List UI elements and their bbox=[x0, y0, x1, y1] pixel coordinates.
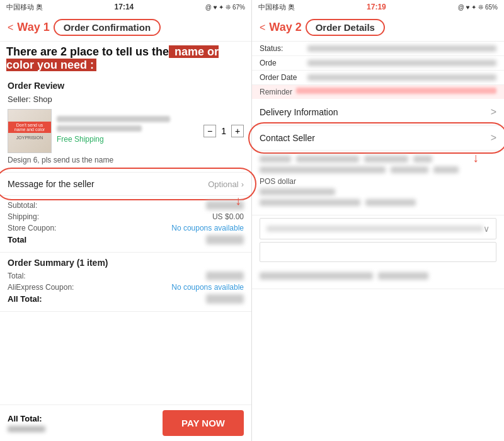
contact-label: Contact Seller bbox=[260, 133, 315, 143]
product-row: Don't send usname and color JOYPRISION F… bbox=[8, 109, 244, 153]
right-panel: 中国移动 奥 17:19 @ ♥ ✦ ❊ 65% < Way 2 Order D… bbox=[252, 0, 504, 441]
reminder-label: Reminder bbox=[260, 88, 292, 96]
right-blur-row5 bbox=[260, 272, 496, 280]
select-row[interactable]: ∨ bbox=[260, 218, 496, 239]
order-summary-section: Order Summary (1 item) Total: ███████ Al… bbox=[0, 253, 251, 312]
right-blur-row4 bbox=[260, 199, 496, 206]
message-optional: Optional › bbox=[208, 180, 244, 189]
bottom-left: All Total: bbox=[8, 414, 45, 432]
left-nav-bar: < Way 1 Order Confirmation bbox=[0, 14, 251, 42]
blur-box8 bbox=[260, 188, 335, 195]
contact-section[interactable]: Contact Seller > ↓ bbox=[252, 126, 504, 151]
select-chevron-icon: ∨ bbox=[483, 224, 490, 234]
main-container: 中国移动 奥 17:14 @ ♥ ✦ ❊ 67% < Way 1 Order C… bbox=[0, 0, 504, 441]
blur-box5 bbox=[260, 166, 386, 173]
qty-value: 1 bbox=[221, 126, 226, 136]
status-row: Status: bbox=[252, 42, 504, 56]
right-way-label: Way 2 bbox=[269, 21, 301, 34]
message-section[interactable]: Message for the seller Optional › ↓ bbox=[0, 173, 251, 196]
right-nav-title: Order Details bbox=[306, 19, 385, 36]
left-icons: @ ♥ ✦ ❊ 67% bbox=[205, 4, 245, 11]
coupon-value: No coupons available bbox=[171, 224, 244, 232]
blur-box2 bbox=[296, 156, 359, 163]
message-chevron-icon: › bbox=[241, 180, 244, 189]
order-date-blur bbox=[307, 74, 496, 81]
ali-coupon-value: No coupons available bbox=[171, 283, 244, 292]
all-total-amount bbox=[8, 426, 45, 432]
overlay-black-text: There are 2 place to tell us the bbox=[6, 45, 169, 58]
product-thumbnail: Don't send usname and color JOYPRISION bbox=[8, 109, 52, 153]
all-total-value: ███████ bbox=[206, 294, 244, 304]
left-panel: 中国移动 奥 17:14 @ ♥ ✦ ❊ 67% < Way 1 Order C… bbox=[0, 0, 252, 441]
delivery-chevron-icon: > bbox=[491, 106, 496, 118]
message-row: Message for the seller Optional › bbox=[8, 179, 244, 189]
all-total-label-sum: All Total: bbox=[8, 294, 42, 304]
shipping-row: Shipping: US $0.00 bbox=[8, 212, 244, 221]
status-label: Status: bbox=[260, 44, 304, 53]
message-label: Message for the seller bbox=[8, 179, 94, 189]
right-input-row bbox=[260, 242, 496, 262]
right-blur-row1 bbox=[260, 156, 496, 163]
status-blur bbox=[307, 45, 496, 52]
qty-increase-button[interactable]: + bbox=[231, 125, 244, 137]
left-time: 17:14 bbox=[115, 3, 134, 11]
left-carrier: 中国移动 奥 bbox=[6, 3, 43, 12]
free-shipping-label: Free Shipping bbox=[57, 135, 198, 144]
left-back-button[interactable]: < bbox=[8, 22, 13, 33]
message-arrow: ↓ bbox=[235, 193, 241, 208]
shipping-value: US $0.00 bbox=[212, 212, 244, 221]
product-info: Free Shipping bbox=[57, 116, 198, 146]
right-icons: @ ♥ ✦ ❊ 65% bbox=[458, 4, 498, 11]
blur-box4 bbox=[413, 156, 432, 163]
subtotal-label: Subtotal: bbox=[8, 201, 37, 210]
delivery-label: Delivery Information bbox=[260, 107, 338, 117]
pay-now-button[interactable]: PAY NOW bbox=[163, 410, 244, 436]
design-note: Design 6, pls send us the name bbox=[8, 153, 244, 167]
bottom-area: All Total: PAY NOW bbox=[0, 404, 251, 441]
blur-box1 bbox=[260, 156, 291, 163]
optional-text: Optional bbox=[208, 180, 238, 189]
blur-box7 bbox=[433, 166, 459, 173]
total-value: ███████ bbox=[206, 235, 244, 244]
left-status-bar: 中国移动 奥 17:14 @ ♥ ✦ ❊ 67% bbox=[0, 0, 251, 14]
select-blur bbox=[266, 226, 483, 232]
order-review-title: Order Review bbox=[8, 81, 244, 91]
thumb-red-bar: Don't send usname and color bbox=[8, 122, 51, 133]
quantity-row: − 1 + bbox=[203, 125, 244, 137]
right-blur-section2 bbox=[252, 267, 504, 289]
right-blur-section1: POS dollar bbox=[252, 151, 504, 215]
right-time: 17:19 bbox=[367, 3, 386, 11]
order-num-blur bbox=[307, 60, 496, 66]
qty-decrease-button[interactable]: − bbox=[203, 125, 216, 137]
total-label: Total bbox=[8, 235, 26, 244]
blur-box11 bbox=[260, 272, 373, 280]
carrier-text: 中国移动 奥 bbox=[6, 3, 43, 12]
right-status-bar: 中国移动 奥 17:19 @ ♥ ✦ ❊ 65% bbox=[252, 0, 504, 14]
subtotal-row: Subtotal: ███████ bbox=[8, 201, 244, 210]
shipping-label: Shipping: bbox=[8, 212, 39, 221]
summary-total-label: Total: bbox=[8, 272, 26, 280]
coupon-row: Store Coupon: No coupons available bbox=[8, 224, 244, 232]
summary-total-value: ███████ bbox=[206, 272, 244, 280]
product-name-blur bbox=[57, 116, 170, 122]
order-review-section: Order Review Seller: Shop Don't send usn… bbox=[0, 76, 251, 173]
order-date-label: Order Date bbox=[260, 73, 304, 82]
blur-box6 bbox=[391, 166, 428, 173]
total-row: Total ███████ bbox=[8, 235, 244, 244]
ali-coupon-label: AliExpress Coupon: bbox=[8, 283, 74, 292]
right-back-button[interactable]: < bbox=[260, 22, 265, 33]
delivery-row[interactable]: Delivery Information > bbox=[252, 99, 504, 126]
blur-box3 bbox=[364, 156, 408, 163]
order-summary-title: Order Summary (1 item) bbox=[8, 258, 244, 268]
blur-box10 bbox=[365, 199, 416, 206]
overlay-banner: There are 2 place to tell us the name or… bbox=[0, 42, 251, 76]
pos-dollar-text: POS dollar bbox=[260, 177, 496, 186]
coupon-label: Store Coupon: bbox=[8, 224, 56, 232]
order-num-label: Orde bbox=[260, 59, 304, 67]
product-name-blur2 bbox=[57, 125, 142, 132]
reminder-row: Reminder bbox=[252, 85, 504, 99]
right-carrier-text: 中国移动 奥 bbox=[258, 3, 295, 12]
ali-coupon-row: AliExpress Coupon: No coupons available bbox=[8, 283, 244, 292]
order-num-row: Orde bbox=[252, 56, 504, 71]
right-nav-bar: < Way 2 Order Details bbox=[252, 14, 504, 42]
